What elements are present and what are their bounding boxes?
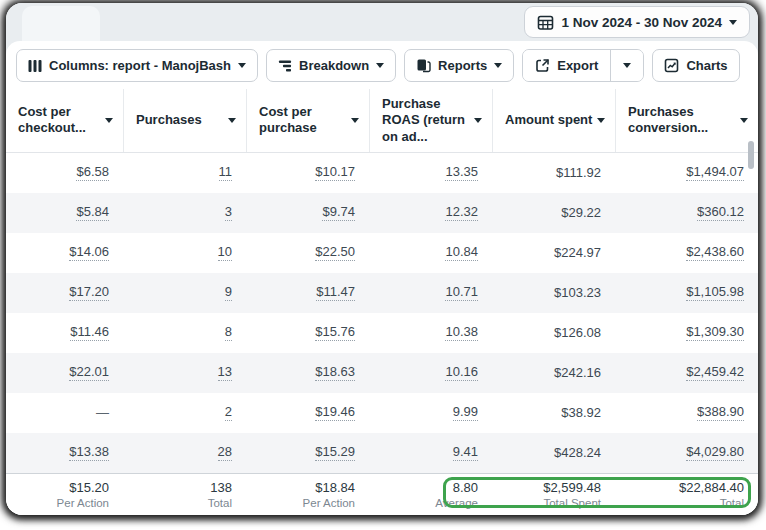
chevron-down-icon <box>740 118 748 123</box>
chevron-down-icon <box>228 118 236 123</box>
cell-purchase-roas[interactable]: 12.32 <box>445 204 478 221</box>
chevron-down-icon <box>494 63 502 68</box>
cell-cost-per-checkout[interactable]: $22.01 <box>69 364 109 381</box>
summary-label: Total Spent <box>543 497 601 509</box>
reports-button[interactable]: Reports <box>404 49 514 82</box>
cell-amount-spent: $29.22 <box>561 205 601 220</box>
cell-cost-per-checkout[interactable]: $6.58 <box>76 164 109 181</box>
cell-purchases[interactable]: 13 <box>218 364 232 381</box>
cell-purchases-conversion[interactable]: $2,438.60 <box>686 244 744 261</box>
chevron-down-icon <box>238 63 246 68</box>
toolbar: Columns: report - ManojBash Breakdown Re… <box>6 41 758 89</box>
column-header-purchase-roas[interactable]: Purchase ROAS (return on ad... <box>369 89 492 152</box>
cell-cost-per-purchase[interactable]: $11.47 <box>316 284 355 301</box>
column-header-label: Cost per purchase <box>259 104 347 137</box>
calendar-icon <box>537 14 554 31</box>
charts-button[interactable]: Charts <box>652 49 739 82</box>
table-row[interactable]: $22.01 13 $18.63 10.16 $242.16 $2,459.42 <box>6 353 758 393</box>
column-header-purchases-conversion[interactable]: Purchases conversion... <box>615 89 758 152</box>
cell-purchases[interactable]: 9 <box>225 284 232 301</box>
cell-purchases[interactable]: 28 <box>218 444 232 461</box>
vertical-scrollbar-thumb[interactable] <box>748 141 754 169</box>
cell-cost-per-purchase[interactable]: $10.17 <box>315 164 355 181</box>
summary-label: Average <box>435 497 478 509</box>
summary-value: $22,884.40 <box>679 480 744 495</box>
summary-label: Total <box>720 497 744 509</box>
cell-purchase-roas[interactable]: 10.38 <box>445 324 478 341</box>
table-row[interactable]: $14.06 10 $22.50 10.84 $224.97 $2,438.60 <box>6 233 758 273</box>
export-button[interactable]: Export <box>523 50 610 81</box>
cell-purchases[interactable]: 8 <box>225 324 232 341</box>
cell-cost-per-purchase[interactable]: $18.63 <box>315 364 355 381</box>
cell-purchases[interactable]: 3 <box>225 204 232 221</box>
table-header-row: Cost per checkout... Purchases Cost per … <box>6 89 758 153</box>
cell-purchases-conversion[interactable]: $1,309.30 <box>686 324 744 341</box>
cell-amount-spent: $242.16 <box>554 365 601 380</box>
cell-cost-per-checkout[interactable]: $17.20 <box>69 284 109 301</box>
cell-purchase-roas[interactable]: 9.41 <box>453 444 478 461</box>
column-header-label: Cost per checkout... <box>18 104 101 137</box>
cell-purchases-conversion[interactable]: $1,105.98 <box>686 284 744 301</box>
summary-value: 8.80 <box>453 480 478 495</box>
summary-cost-per-purchase: $18.84 Per Action <box>246 474 369 515</box>
column-header-label: Purchases conversion... <box>628 104 736 137</box>
column-header-purchases[interactable]: Purchases <box>123 89 246 152</box>
columns-button[interactable]: Columns: report - ManojBash <box>16 49 258 82</box>
column-header-cost-per-purchase[interactable]: Cost per purchase <box>246 89 369 152</box>
table-body: $6.58 11 $10.17 13.35 $111.92 $1,494.07 … <box>6 153 758 473</box>
cell-purchases-conversion[interactable]: $1,494.07 <box>686 164 744 181</box>
summary-value: 138 <box>210 480 232 495</box>
date-range-label: 1 Nov 2024 - 30 Nov 2024 <box>561 15 722 30</box>
cell-cost-per-purchase[interactable]: $15.76 <box>315 324 355 341</box>
export-dropdown-button[interactable] <box>611 50 643 81</box>
cell-amount-spent: $126.08 <box>554 325 601 340</box>
column-header-amount-spent[interactable]: Amount spent <box>492 89 615 152</box>
cell-purchases-conversion[interactable]: $388.90 <box>697 404 744 421</box>
summary-label: Total <box>208 497 232 509</box>
columns-button-label: Columns: report - ManojBash <box>49 58 231 73</box>
cell-cost-per-checkout-empty: — <box>96 405 109 420</box>
chevron-down-icon <box>729 20 737 25</box>
table-row[interactable]: — 2 $19.46 9.99 $38.92 $388.90 <box>6 393 758 433</box>
cell-purchase-roas[interactable]: 10.71 <box>445 284 478 301</box>
cell-cost-per-checkout[interactable]: $13.38 <box>69 444 109 461</box>
cell-purchases[interactable]: 2 <box>225 404 232 421</box>
breakdown-button-label: Breakdown <box>299 58 369 73</box>
table-row[interactable]: $6.58 11 $10.17 13.35 $111.92 $1,494.07 <box>6 153 758 193</box>
table-row[interactable]: $17.20 9 $11.47 10.71 $103.23 $1,105.98 <box>6 273 758 313</box>
columns-icon <box>28 59 42 73</box>
cell-purchases-conversion[interactable]: $360.12 <box>697 204 744 221</box>
summary-value: $15.20 <box>69 480 109 495</box>
date-range-picker[interactable]: 1 Nov 2024 - 30 Nov 2024 <box>524 6 750 38</box>
cell-cost-per-purchase[interactable]: $9.74 <box>322 204 355 221</box>
table-row[interactable]: $11.46 8 $15.76 10.38 $126.08 $1,309.30 <box>6 313 758 353</box>
cell-cost-per-purchase[interactable]: $22.50 <box>315 244 355 261</box>
cell-purchases[interactable]: 11 <box>219 164 233 181</box>
column-header-cost-per-checkout[interactable]: Cost per checkout... <box>6 89 123 152</box>
table-row[interactable]: $5.84 3 $9.74 12.32 $29.22 $360.12 <box>6 193 758 233</box>
column-header-label: Purchase ROAS (return on ad... <box>382 96 470 145</box>
summary-row: $15.20 Per Action 138 Total $18.84 Per A… <box>6 473 758 515</box>
cell-purchase-roas[interactable]: 10.16 <box>445 364 478 381</box>
table-row[interactable]: $13.38 28 $15.29 9.41 $428.24 $4,029.80 <box>6 433 758 473</box>
cell-purchases[interactable]: 10 <box>218 244 232 261</box>
cell-cost-per-checkout[interactable]: $5.84 <box>76 204 109 221</box>
breakdown-button[interactable]: Breakdown <box>266 49 396 82</box>
cell-purchase-roas[interactable]: 10.84 <box>445 244 478 261</box>
breakdown-icon <box>278 59 292 73</box>
report-card: Columns: report - ManojBash Breakdown Re… <box>6 41 758 515</box>
export-button-label: Export <box>557 58 598 73</box>
browser-tab-shape <box>22 6 100 41</box>
cell-purchase-roas[interactable]: 13.35 <box>445 164 478 181</box>
chevron-down-icon <box>105 118 113 123</box>
cell-cost-per-purchase[interactable]: $19.46 <box>315 404 355 421</box>
chevron-down-icon <box>597 118 605 123</box>
cell-purchases-conversion[interactable]: $2,459.42 <box>686 364 744 381</box>
cell-cost-per-checkout[interactable]: $14.06 <box>69 244 109 261</box>
cell-cost-per-checkout[interactable]: $11.46 <box>70 324 109 341</box>
cell-purchases-conversion[interactable]: $4,029.80 <box>686 444 744 461</box>
chevron-down-icon <box>623 63 631 68</box>
cell-cost-per-purchase[interactable]: $15.29 <box>315 444 355 461</box>
cell-amount-spent: $428.24 <box>554 445 601 460</box>
cell-purchase-roas[interactable]: 9.99 <box>453 404 478 421</box>
